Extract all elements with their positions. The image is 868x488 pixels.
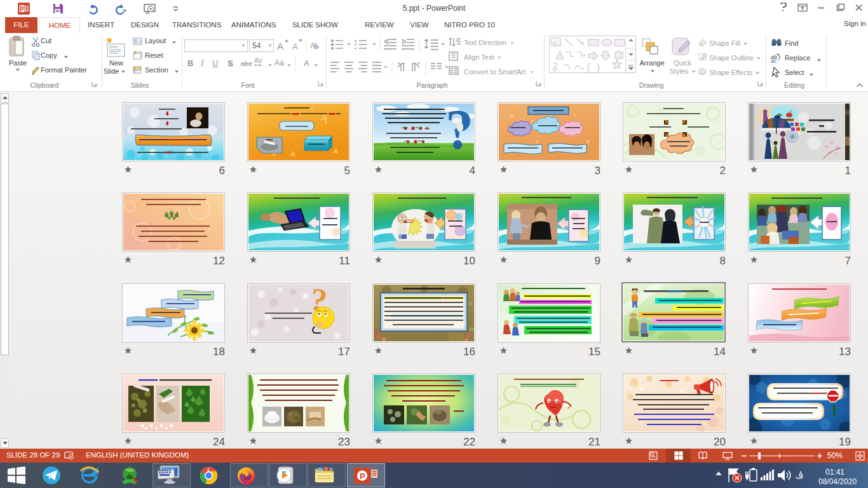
svg-text:P: P — [20, 6, 24, 13]
svg-text:A: A — [277, 41, 283, 51]
svg-text:P: P — [360, 471, 365, 481]
svg-text:ac: ac — [771, 58, 777, 64]
svg-text:Convert to SmartArt: Convert to SmartArt — [464, 68, 526, 76]
svg-text:A: A — [292, 42, 298, 51]
svg-text:Text Direction: Text Direction — [464, 39, 506, 46]
svg-text:1: 1 — [355, 39, 357, 43]
svg-text:Align Text: Align Text — [464, 53, 494, 61]
svg-text:A: A — [456, 39, 458, 43]
